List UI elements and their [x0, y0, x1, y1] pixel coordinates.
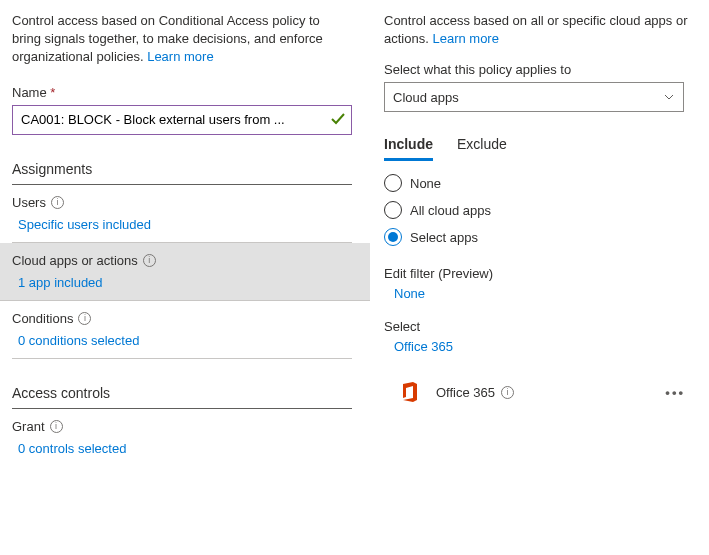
edit-filter-label: Edit filter (Preview) [384, 266, 689, 281]
radio-icon [384, 201, 402, 219]
name-input[interactable] [12, 105, 352, 135]
learn-more-link[interactable]: Learn more [147, 49, 213, 64]
radio-none[interactable]: None [384, 174, 689, 192]
select-label: Select [384, 319, 689, 334]
radio-all-cloud-apps[interactable]: All cloud apps [384, 201, 689, 219]
conditions-row[interactable]: Conditions i 0 conditions selected [12, 301, 352, 359]
policy-description: Control access based on Conditional Acce… [12, 12, 352, 67]
info-icon[interactable]: i [501, 386, 514, 399]
conditions-value[interactable]: 0 conditions selected [12, 333, 352, 348]
policy-summary-panel: Control access based on Conditional Acce… [0, 0, 370, 555]
applies-to-select[interactable]: Cloud apps [384, 82, 684, 112]
conditions-title: Conditions [12, 311, 73, 326]
radio-select-apps[interactable]: Select apps [384, 228, 689, 246]
select-value-link[interactable]: Office 365 [384, 339, 689, 354]
app-name: Office 365 [436, 385, 495, 400]
cloud-apps-row[interactable]: Cloud apps or actions i 1 app included [0, 243, 370, 301]
more-actions-button[interactable]: ••• [665, 385, 689, 400]
access-controls-header: Access controls [12, 385, 352, 409]
radio-icon [384, 174, 402, 192]
edit-filter-value[interactable]: None [384, 286, 689, 301]
info-icon[interactable]: i [78, 312, 91, 325]
name-label: Name * [12, 85, 352, 100]
include-radio-group: None All cloud apps Select apps [384, 174, 689, 246]
tab-include[interactable]: Include [384, 132, 433, 161]
include-exclude-tabs: Include Exclude [384, 132, 689, 162]
selected-app-row: Office 365 i ••• [384, 372, 689, 412]
detail-description: Control access based on all or specific … [384, 12, 689, 48]
chevron-down-icon [663, 91, 675, 103]
info-icon[interactable]: i [50, 420, 63, 433]
cloud-apps-detail-panel: Control access based on all or specific … [370, 0, 709, 555]
users-row[interactable]: Users i Specific users included [12, 185, 352, 243]
applies-to-label: Select what this policy applies to [384, 62, 689, 77]
radio-icon [384, 228, 402, 246]
users-value[interactable]: Specific users included [12, 217, 352, 232]
assignments-header: Assignments [12, 161, 352, 185]
users-title: Users [12, 195, 46, 210]
checkmark-icon [330, 111, 346, 127]
tab-exclude[interactable]: Exclude [457, 132, 507, 161]
grant-value[interactable]: 0 controls selected [12, 441, 352, 456]
cloud-apps-value[interactable]: 1 app included [12, 275, 352, 290]
learn-more-link[interactable]: Learn more [432, 31, 498, 46]
grant-title: Grant [12, 419, 45, 434]
cloud-apps-title: Cloud apps or actions [12, 253, 138, 268]
info-icon[interactable]: i [51, 196, 64, 209]
office-365-icon [398, 380, 422, 404]
grant-row[interactable]: Grant i 0 controls selected [12, 409, 352, 466]
info-icon[interactable]: i [143, 254, 156, 267]
